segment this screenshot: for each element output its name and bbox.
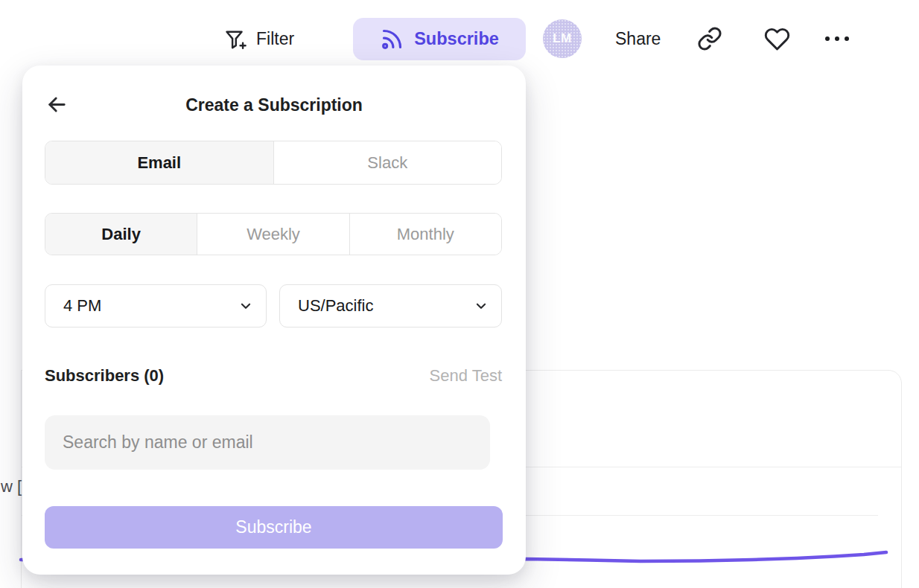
tab-monthly[interactable]: Monthly — [349, 214, 501, 255]
send-test-link[interactable]: Send Test — [430, 366, 502, 386]
ellipsis-icon — [825, 36, 830, 41]
avatar[interactable]: LM — [543, 19, 582, 58]
channel-tab-group: Email Slack — [45, 141, 502, 185]
tab-email[interactable]: Email — [45, 141, 273, 184]
subscriber-search-input[interactable] — [45, 415, 490, 470]
create-subscription-modal: Create a Subscription Email Slack Daily … — [22, 65, 526, 575]
modal-subscribe-button[interactable]: Subscribe — [45, 506, 503, 549]
rss-icon — [380, 27, 404, 51]
frequency-tab-group: Daily Weekly Monthly — [45, 213, 502, 255]
chevron-down-icon — [474, 299, 488, 313]
more-options-button[interactable] — [825, 22, 849, 55]
favorite-button[interactable] — [762, 22, 792, 55]
share-label: Share — [615, 29, 661, 49]
subscribers-row: Subscribers (0) Send Test — [45, 366, 502, 386]
subscribe-label: Subscribe — [414, 29, 499, 49]
link-icon — [697, 26, 722, 51]
tab-weekly[interactable]: Weekly — [197, 214, 349, 255]
time-select-value: 4 PM — [63, 296, 101, 316]
subscribe-button[interactable]: Subscribe — [353, 18, 526, 60]
modal-title: Create a Subscription — [22, 95, 526, 115]
time-select[interactable]: 4 PM — [45, 284, 267, 327]
filter-button[interactable]: Filter — [223, 22, 294, 55]
avatar-initials: LM — [553, 31, 572, 46]
tab-slack[interactable]: Slack — [273, 141, 502, 184]
tab-daily[interactable]: Daily — [45, 214, 197, 255]
copy-link-button[interactable] — [695, 22, 725, 55]
share-button[interactable]: Share — [615, 22, 661, 55]
subscribers-count-label: Subscribers (0) — [45, 366, 164, 386]
filter-label: Filter — [256, 29, 294, 49]
filter-plus-icon — [223, 28, 247, 51]
chevron-down-icon — [239, 299, 252, 313]
timezone-select-value: US/Pacific — [298, 296, 373, 316]
timezone-select[interactable]: US/Pacific — [279, 284, 502, 327]
heart-icon — [764, 26, 790, 52]
clipped-background-text: w [ — [1, 477, 22, 496]
